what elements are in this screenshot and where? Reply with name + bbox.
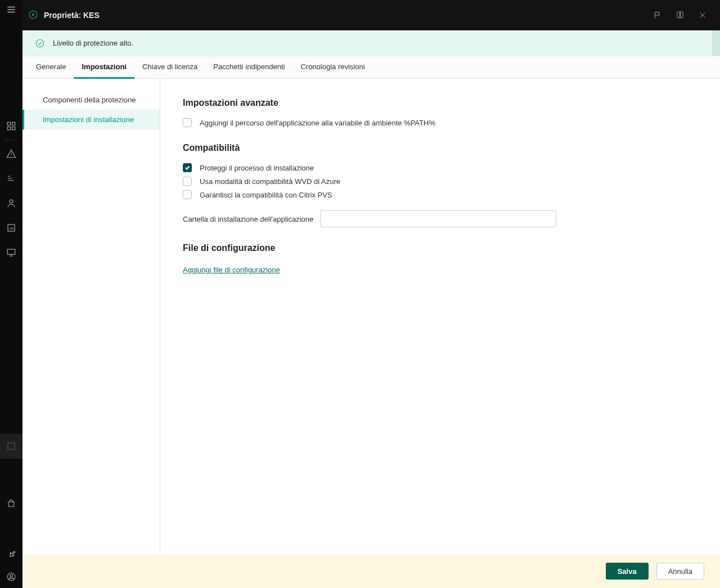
cancel-button[interactable]: Annulla bbox=[656, 563, 704, 580]
svg-rect-1 bbox=[12, 122, 15, 125]
checkbox-citrix-pvs[interactable] bbox=[183, 190, 192, 199]
save-button[interactable]: Salva bbox=[606, 563, 649, 580]
rail-users-icon[interactable] bbox=[0, 191, 22, 216]
settings-sidebar: Componenti della protezione Impostazioni… bbox=[22, 79, 160, 554]
check-circle-icon bbox=[35, 38, 45, 48]
app-rail bbox=[0, 0, 22, 588]
svg-rect-7 bbox=[8, 443, 15, 450]
svg-rect-6 bbox=[7, 249, 15, 254]
tab-cronologia[interactable]: Cronologia revisioni bbox=[292, 56, 372, 79]
tab-chiave-licenza[interactable]: Chiave di licenza bbox=[134, 56, 205, 79]
svg-rect-2 bbox=[7, 127, 10, 130]
panel-header: Proprietà: KES bbox=[22, 0, 720, 30]
rail-active-item[interactable] bbox=[0, 434, 22, 459]
main-panel: Proprietà: KES Livello di protezione alt… bbox=[22, 0, 720, 588]
install-folder-label: Cartella di installazione dell'applicazi… bbox=[183, 215, 313, 223]
status-text: Livello di protezione alto. bbox=[53, 39, 133, 47]
svg-rect-0 bbox=[7, 122, 10, 125]
section-config-title: File di configurazione bbox=[183, 243, 698, 253]
svg-rect-3 bbox=[12, 127, 15, 130]
install-folder-row: Cartella di installazione dell'applicazi… bbox=[183, 210, 698, 227]
option-citrix-pvs[interactable]: Garantisci la compatibilità con Citrix P… bbox=[183, 190, 698, 199]
option-label: Garantisci la compatibilità con Citrix P… bbox=[200, 191, 332, 199]
page-title: Proprietà: KES bbox=[44, 11, 100, 20]
tab-pacchetti[interactable]: Pacchetti indipendenti bbox=[205, 56, 292, 79]
flag-icon[interactable] bbox=[649, 11, 666, 20]
rail-store-icon[interactable] bbox=[0, 492, 22, 515]
section-compat-title: Compatibilità bbox=[183, 143, 698, 153]
svg-point-4 bbox=[10, 200, 13, 203]
rail-devices-icon[interactable] bbox=[0, 166, 22, 191]
checkbox-azure-wvd[interactable] bbox=[183, 177, 192, 186]
rail-alert-icon[interactable] bbox=[0, 141, 22, 166]
option-protect-install[interactable]: Proteggi il processo di installazione bbox=[183, 163, 698, 172]
rail-dashboard-icon[interactable] bbox=[0, 114, 22, 138]
close-icon[interactable] bbox=[694, 11, 711, 20]
book-icon[interactable] bbox=[672, 11, 688, 20]
rail-account-icon[interactable] bbox=[0, 565, 22, 588]
body: Componenti della protezione Impostazioni… bbox=[22, 79, 720, 554]
add-config-file-link[interactable]: Aggiungi file di configurazione bbox=[183, 266, 280, 274]
sidebar-item-componenti[interactable]: Componenti della protezione bbox=[22, 90, 160, 110]
tabs-row: Generale Impostazioni Chiave di licenza … bbox=[22, 56, 720, 79]
option-label: Proteggi il processo di installazione bbox=[200, 164, 314, 172]
rail-monitor-icon[interactable] bbox=[0, 240, 22, 265]
menu-toggle-button[interactable] bbox=[0, 0, 22, 19]
checkbox-protect-install[interactable] bbox=[183, 163, 192, 172]
arrow-circle-icon bbox=[28, 10, 38, 21]
option-label: Usa modalità di compatibilità WVD di Azu… bbox=[200, 177, 340, 186]
tab-impostazioni[interactable]: Impostazioni bbox=[74, 56, 134, 79]
tab-generale[interactable]: Generale bbox=[28, 56, 74, 79]
checkbox-add-path[interactable] bbox=[183, 118, 192, 127]
svg-point-11 bbox=[36, 39, 44, 47]
status-scrollbar[interactable] bbox=[712, 30, 720, 56]
status-strip: Livello di protezione alto. bbox=[22, 30, 720, 56]
footer-bar: Salva Annulla bbox=[22, 554, 720, 588]
install-folder-input[interactable] bbox=[320, 210, 556, 227]
sidebar-item-installazione[interactable]: Impostazioni di installazione bbox=[22, 110, 160, 129]
section-advanced-title: Impostazioni avanzate bbox=[183, 98, 698, 108]
rail-settings-icon[interactable] bbox=[0, 543, 22, 565]
rail-reports-icon[interactable] bbox=[0, 216, 22, 240]
option-label: Aggiungi il percorso dell'applicazione a… bbox=[200, 119, 435, 127]
svg-point-9 bbox=[10, 574, 13, 577]
option-azure-wvd[interactable]: Usa modalità di compatibilità WVD di Azu… bbox=[183, 177, 698, 186]
option-add-path[interactable]: Aggiungi il percorso dell'applicazione a… bbox=[183, 118, 698, 127]
content-area: Impostazioni avanzate Aggiungi il percor… bbox=[160, 79, 720, 554]
